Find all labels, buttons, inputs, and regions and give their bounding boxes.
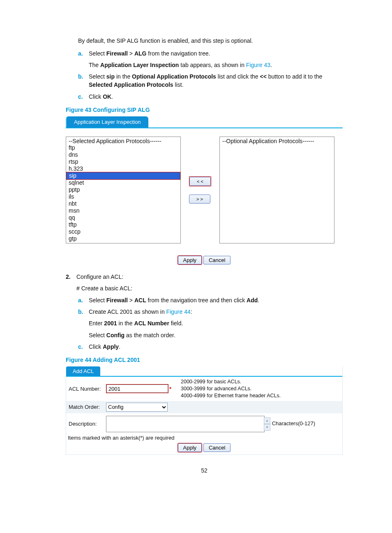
list-item[interactable]: ftp	[66, 144, 180, 151]
list-item[interactable]: qq	[66, 214, 180, 221]
step-a: a. Select Firewall > ALG from the naviga…	[78, 49, 343, 58]
b: 2001	[104, 320, 117, 327]
tab-application-layer-inspection[interactable]: Application Layer Inspection	[66, 116, 148, 127]
marker-c: c.	[78, 93, 89, 101]
tab-add-acl[interactable]: Add ACL	[66, 366, 100, 376]
b: <<	[260, 73, 267, 80]
t: The	[89, 62, 100, 68]
t: .	[270, 62, 272, 68]
list-item[interactable]: dns	[66, 151, 180, 158]
b: Config	[106, 332, 125, 338]
t: >	[128, 50, 134, 57]
b: Optional Application Protocols	[132, 73, 216, 80]
xref-figure-44[interactable]: Figure 44	[166, 308, 191, 315]
marker-2: 2.	[66, 273, 76, 281]
t: .	[111, 93, 113, 100]
t: from the navigation tree and then click	[146, 297, 247, 304]
list-item[interactable]: pptp	[66, 186, 180, 193]
list-item[interactable]: rtsp	[66, 158, 180, 165]
figure-43: Application Layer Inspection --Selected …	[66, 116, 343, 264]
add-button[interactable]: < <	[189, 177, 211, 186]
intro-text: By default, the SIP ALG function is enab…	[78, 37, 343, 45]
t: :	[191, 308, 192, 315]
marker-c: c.	[78, 343, 89, 351]
tabstrip: Application Layer Inspection	[66, 116, 343, 128]
marker-b: b.	[78, 72, 89, 89]
t: list and click the	[216, 73, 260, 80]
t: Select	[89, 332, 106, 338]
list-item[interactable]: msn	[66, 207, 180, 214]
t: .	[119, 343, 120, 350]
b: ACL Number	[134, 320, 169, 327]
required-note: Items marked with an asterisk(*) are req…	[66, 435, 342, 442]
figure-43-caption: Figure 43 Configuring SIP ALG	[66, 107, 343, 113]
t: as the match order.	[125, 332, 175, 338]
list-item[interactable]: sip	[66, 172, 180, 180]
b: OK	[103, 93, 111, 100]
t: list.	[173, 81, 184, 88]
list-item[interactable]: gtp	[66, 235, 180, 242]
hint-line: 3000-3999 for advanced ACLs.	[181, 386, 251, 392]
b: Firewall	[106, 50, 128, 57]
match-order-select[interactable]: Config	[106, 403, 168, 412]
chars-hint: Characters(0-127)	[272, 420, 316, 426]
t: Click	[89, 343, 103, 350]
b: Add	[247, 297, 258, 304]
figure-44: Add ACL ACL Number: * 2000-2999 for basi…	[66, 366, 343, 455]
xref-figure-43[interactable]: Figure 43	[246, 62, 270, 68]
marker-a: a.	[78, 49, 89, 58]
optional-protocols-listbox[interactable]: --Optional Application Protocols------	[219, 137, 334, 243]
list-item[interactable]: sccp	[66, 228, 180, 235]
scrollbar-icon: ▴▾	[264, 417, 270, 431]
t: Select	[89, 297, 106, 304]
b: Selected Application Protocols	[89, 81, 173, 88]
list-item[interactable]: nbt	[66, 200, 180, 207]
cancel-button[interactable]: Cancel	[203, 256, 231, 264]
step-c: c. Click OK.	[78, 93, 343, 101]
description-textarea[interactable]	[106, 416, 265, 432]
step2-a: a. Select Firewall > ACL from the naviga…	[78, 296, 343, 304]
selected-protocols-listbox[interactable]: --Selected Application Protocols------ f…	[66, 137, 181, 243]
list-item[interactable]: ils	[66, 193, 180, 200]
t: Click	[89, 93, 103, 100]
t: field.	[169, 320, 183, 327]
step2-b: b. Create ACL 2001 as shown in Figure 44…	[78, 308, 343, 316]
step-2-sub: # Create a basic ACL:	[76, 284, 343, 292]
step-2: 2. Configure an ACL:	[66, 273, 343, 281]
hint-line: 4000-4999 for Ethernet frame header ACLs…	[181, 393, 281, 399]
step2-c: c. Click Apply.	[78, 343, 343, 351]
acl-number-label: ACL Number:	[66, 383, 104, 394]
t: in the	[115, 73, 132, 80]
row-acl-number: ACL Number: * 2000-2999 for basic ACLs. …	[66, 377, 342, 401]
apply-button[interactable]: Apply	[178, 256, 202, 264]
cancel-button[interactable]: Cancel	[203, 443, 231, 452]
t: from the navigation tree.	[146, 50, 210, 57]
list-item[interactable]: h.323	[66, 165, 180, 172]
t: Enter	[89, 320, 104, 327]
acl-number-input[interactable]	[106, 385, 168, 393]
b: Firewall	[106, 297, 128, 304]
b: ALG	[134, 50, 147, 57]
step-2-title: Configure an ACL:	[76, 273, 343, 281]
b: sip	[106, 73, 115, 80]
b: Application Layer Inspection	[100, 62, 179, 68]
optional-protocols-header: --Optional Application Protocols------	[220, 137, 334, 144]
row-description: Description: ▴▾ Characters(0-127)	[66, 413, 342, 435]
required-icon: *	[169, 386, 171, 392]
apply-button[interactable]: Apply	[178, 443, 202, 452]
t: >	[128, 297, 134, 304]
step-b: b. Select sip in the Optional Applicatio…	[78, 72, 343, 89]
t: Create ACL 2001 as shown in	[89, 308, 166, 315]
t: tab appears, as shown in	[179, 62, 246, 68]
hint-line: 2000-2999 for basic ACLs.	[181, 379, 241, 385]
page-number: 52	[66, 467, 343, 474]
remove-button[interactable]: > >	[189, 195, 210, 204]
t: .	[258, 297, 259, 304]
match-order-label: Match Order:	[66, 401, 104, 412]
list-item[interactable]: sqlnet	[66, 179, 180, 186]
tabstrip: Add ACL	[66, 366, 342, 377]
acl-hint: 2000-2999 for basic ACLs. 3000-3999 for …	[178, 377, 342, 401]
move-buttons: < < > >	[189, 137, 211, 243]
t: Select	[89, 73, 106, 80]
list-item[interactable]: tftp	[66, 221, 180, 228]
